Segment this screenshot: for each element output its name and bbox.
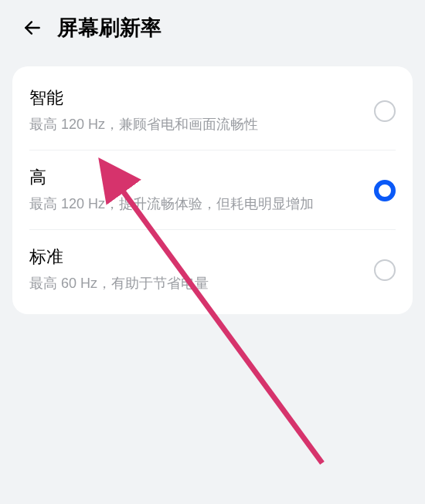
option-desc-smart: 最高 120 Hz，兼顾省电和画面流畅性 — [29, 114, 362, 135]
option-title-smart: 智能 — [29, 86, 362, 110]
option-smart[interactable]: 智能 最高 120 Hz，兼顾省电和画面流畅性 — [12, 71, 413, 151]
option-standard[interactable]: 标准 最高 60 Hz，有助于节省电量 — [12, 230, 413, 310]
page-title: 屏幕刷新率 — [57, 14, 162, 42]
radio-high[interactable] — [374, 180, 396, 201]
radio-smart[interactable] — [374, 100, 396, 122]
option-text: 智能 最高 120 Hz，兼顾省电和画面流畅性 — [29, 86, 362, 135]
option-desc-high: 最高 120 Hz，提升流畅体验，但耗电明显增加 — [29, 194, 362, 215]
radio-standard[interactable] — [374, 259, 396, 281]
option-text: 标准 最高 60 Hz，有助于节省电量 — [29, 245, 362, 294]
option-title-high: 高 — [29, 166, 362, 189]
header: 屏幕刷新率 — [0, 0, 425, 57]
option-text: 高 最高 120 Hz，提升流畅体验，但耗电明显增加 — [29, 166, 362, 215]
option-high[interactable]: 高 最高 120 Hz，提升流畅体验，但耗电明显增加 — [12, 151, 413, 230]
options-card: 智能 最高 120 Hz，兼顾省电和画面流畅性 高 最高 120 Hz，提升流畅… — [12, 66, 413, 314]
option-title-standard: 标准 — [29, 245, 362, 269]
back-icon[interactable] — [22, 17, 43, 39]
option-desc-standard: 最高 60 Hz，有助于节省电量 — [29, 273, 362, 294]
